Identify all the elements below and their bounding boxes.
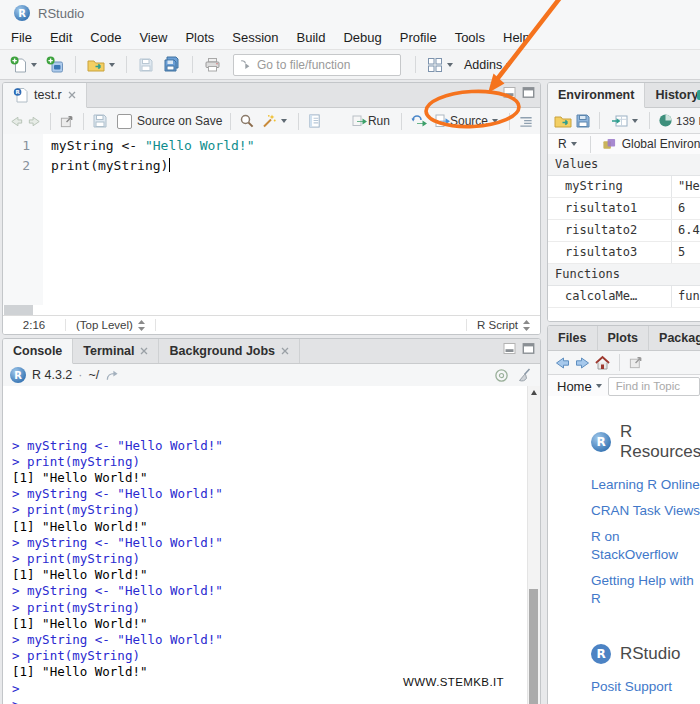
view-directory-icon[interactable]	[105, 369, 119, 382]
save-button[interactable]	[135, 55, 157, 75]
help-back-icon[interactable]	[554, 355, 571, 371]
source-pane-buttons	[503, 87, 535, 98]
help-home-selector[interactable]: Home	[554, 377, 605, 396]
console-line: > print(myString)	[12, 600, 526, 616]
menu-item[interactable]: Help	[494, 27, 539, 48]
source-on-save-checkbox[interactable]	[117, 114, 132, 129]
menu-item[interactable]: File	[2, 27, 41, 48]
language-selector-button[interactable]: R	[555, 135, 580, 153]
close-icon[interactable]	[140, 347, 148, 355]
source-dropdown-arrow[interactable]	[492, 119, 498, 123]
maximize-pane-icon[interactable]	[522, 343, 535, 354]
rerun-icon[interactable]	[410, 113, 428, 129]
code-text: myString <-	[51, 138, 145, 153]
console-tab[interactable]: Console	[3, 339, 73, 364]
new-file-button[interactable]	[7, 54, 40, 75]
forward-icon[interactable]	[27, 114, 42, 129]
save-icon[interactable]	[92, 113, 108, 129]
help-link[interactable]: Learning R Online	[591, 476, 700, 494]
code-editor[interactable]: 12 myString <- "Hello World!"print(myStr…	[3, 134, 540, 305]
import-dataset-button[interactable]	[608, 111, 641, 131]
addins-button[interactable]: Addins	[459, 56, 515, 74]
environment-tab[interactable]: History	[645, 83, 700, 107]
close-icon[interactable]	[281, 347, 289, 355]
goto-file-input[interactable]	[255, 57, 396, 73]
help-home-dropdown-arrow[interactable]	[596, 384, 602, 388]
new-file-dropdown-arrow[interactable]	[31, 63, 37, 67]
scroll-up-arrow-icon[interactable]	[531, 390, 537, 395]
menu-item[interactable]: View	[130, 27, 176, 48]
search-icon[interactable]	[239, 113, 255, 129]
close-icon[interactable]	[68, 91, 76, 99]
clear-console-icon[interactable]	[516, 368, 533, 383]
document-outline-icon[interactable]	[518, 114, 534, 129]
find-in-topic-box[interactable]	[608, 377, 700, 396]
open-file-button[interactable]	[84, 55, 118, 75]
home-icon[interactable]	[594, 355, 611, 371]
panes-dropdown-arrow[interactable]	[447, 63, 453, 67]
help-forward-icon[interactable]	[574, 355, 591, 371]
environment-object-row[interactable]: myString"Hello World!"	[548, 176, 700, 198]
language-dropdown-arrow[interactable]	[571, 142, 577, 146]
files-tab[interactable]: Plots	[598, 326, 650, 350]
tab-test-r[interactable]: R test.r	[3, 83, 87, 108]
help-link[interactable]: CRAN Task Views	[591, 502, 700, 520]
goto-file-box[interactable]	[233, 54, 401, 76]
new-project-button[interactable]	[43, 54, 67, 75]
popout-icon[interactable]	[59, 114, 75, 129]
files-tab[interactable]: Packages	[649, 326, 700, 350]
minimize-pane-icon[interactable]	[503, 87, 516, 98]
code-area[interactable]: myString <- "Hello World!"print(myString…	[43, 134, 255, 305]
popout-icon[interactable]	[628, 355, 644, 370]
help-link[interactable]: Posit Support	[591, 678, 700, 696]
open-file-dropdown-arrow[interactable]	[109, 63, 115, 67]
code-tools-button[interactable]	[258, 111, 290, 131]
environment-scope-selector[interactable]: Global Environment	[622, 137, 700, 151]
help-link[interactable]: Getting Help with R	[591, 572, 700, 608]
menu-item[interactable]: Debug	[334, 27, 390, 48]
find-in-topic-input[interactable]	[614, 379, 694, 393]
environment-object-row[interactable]: risultato16	[548, 198, 700, 220]
maximize-pane-icon[interactable]	[522, 87, 535, 98]
minimize-pane-icon[interactable]	[503, 343, 516, 354]
menu-item[interactable]: Build	[288, 27, 335, 48]
import-dataset-icon	[611, 113, 628, 129]
scope-selector[interactable]: (Top Level)	[66, 319, 156, 331]
load-workspace-icon[interactable]	[554, 113, 572, 129]
compile-report-icon[interactable]	[307, 113, 322, 129]
save-workspace-icon[interactable]	[575, 113, 591, 129]
menu-item[interactable]: Session	[223, 27, 287, 48]
console-tab[interactable]: Background Jobs	[159, 339, 300, 363]
file-type-selector[interactable]: R Script	[466, 319, 540, 331]
menu-item[interactable]: Edit	[41, 27, 81, 48]
clipped-tab-icon[interactable]	[696, 88, 700, 102]
environment-object-row[interactable]: risultato35	[548, 242, 700, 264]
code-tools-dropdown-arrow[interactable]	[281, 119, 287, 123]
environment-object-row[interactable]: risultato26.4	[548, 220, 700, 242]
menu-item[interactable]: Plots	[176, 27, 223, 48]
session-suspend-icon[interactable]	[494, 368, 509, 383]
scope-label: (Top Level)	[76, 319, 133, 331]
help-link[interactable]: R on StackOverflow	[591, 528, 700, 564]
menu-item[interactable]: Tools	[446, 27, 494, 48]
menu-item[interactable]: Code	[81, 27, 130, 48]
help-navbar: Home	[548, 375, 700, 398]
memory-usage-label[interactable]: 139 MiB	[676, 115, 700, 127]
save-all-button[interactable]	[160, 54, 184, 75]
back-icon[interactable]	[9, 114, 24, 129]
files-tab[interactable]: Files	[548, 326, 598, 350]
run-button[interactable]: Run	[348, 111, 393, 131]
console-output[interactable]: > myString <- "Hello World!"> print(mySt…	[3, 386, 540, 704]
environment-object-row[interactable]: calcolaMe…function	[548, 286, 700, 308]
console-tab[interactable]: Terminal	[73, 339, 159, 363]
source-button[interactable]: Source	[431, 111, 501, 131]
scrollbar-thumb[interactable]	[529, 589, 538, 704]
environment-tab[interactable]: Environment	[548, 83, 645, 108]
console-scrollbar[interactable]	[527, 386, 540, 704]
import-dropdown-arrow[interactable]	[632, 119, 638, 123]
panes-layout-button[interactable]	[424, 55, 456, 75]
print-button[interactable]	[201, 55, 224, 75]
menu-item[interactable]: Profile	[391, 27, 446, 48]
addins-dropdown-arrow[interactable]	[506, 63, 512, 67]
working-directory-label[interactable]: ~/	[88, 368, 99, 382]
